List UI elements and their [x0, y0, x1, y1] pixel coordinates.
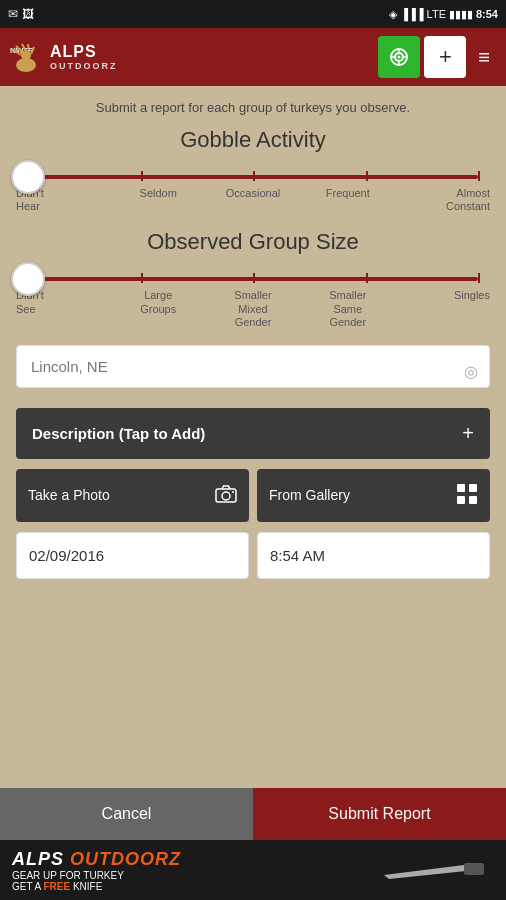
svg-point-11: [398, 56, 401, 59]
group-track: [28, 277, 478, 281]
alps-banner[interactable]: ALPS OUTDOORZ GEAR UP FOR TURKEYGET A FR…: [0, 840, 506, 900]
group-labels: Didn'tSee LargeGroups SmallerMixedGender…: [16, 289, 490, 329]
group-label-3: SmallerSameGender: [300, 289, 395, 329]
status-icons-right: ◈ ▐▐▐ LTE ▮▮▮▮ 8:54: [389, 8, 498, 21]
mail-icon: ✉: [8, 7, 18, 21]
outdoorz-text: OUTDOORZ: [50, 61, 118, 72]
svg-line-7: [28, 44, 29, 52]
alps-banner-tagline: GEAR UP FOR TURKEYGET A FREE KNIFE: [12, 870, 181, 892]
menu-button[interactable]: ≡: [470, 38, 498, 77]
datetime-row: 02/09/2016 8:54 AM: [16, 532, 490, 579]
status-bar: ✉ 🖼 ◈ ▐▐▐ LTE ▮▮▮▮ 8:54: [0, 0, 506, 28]
description-bold: Description: [32, 425, 115, 442]
camera-icon: [215, 485, 237, 506]
status-icons-left: ✉ 🖼: [8, 7, 34, 21]
bottom-buttons: Cancel Submit Report: [0, 788, 506, 840]
tick-2: [253, 171, 255, 181]
svg-rect-22: [469, 496, 477, 504]
nwtf-logo: NWTF: [8, 39, 44, 75]
group-label-4: Singles: [395, 289, 490, 329]
knife-image: [374, 845, 494, 895]
description-tap: (Tap to Add): [119, 425, 206, 442]
svg-rect-19: [457, 484, 465, 492]
submit-button[interactable]: Submit Report: [253, 788, 506, 840]
gobble-title: Gobble Activity: [16, 127, 490, 153]
gobble-label-1: Seldom: [111, 187, 206, 213]
clock-time: 8:54: [476, 8, 498, 20]
lte-icon: LTE: [427, 8, 446, 20]
location-gps-icon: ◎: [464, 362, 478, 381]
time-field[interactable]: 8:54 AM: [257, 532, 490, 579]
battery-icon: ▮▮▮▮: [449, 8, 473, 21]
date-field[interactable]: 02/09/2016: [16, 532, 249, 579]
group-tick-4: [478, 273, 480, 283]
photo-row: Take a Photo From Gallery: [16, 469, 490, 522]
alps-banner-content: ALPS OUTDOORZ GEAR UP FOR TURKEYGET A FR…: [12, 849, 181, 892]
knife-svg: [374, 845, 494, 895]
location-icon: ◈: [389, 8, 397, 21]
svg-rect-23: [464, 863, 484, 875]
location-wrapper: ◎: [16, 345, 490, 398]
image-icon: 🖼: [22, 7, 34, 21]
gobble-label-3: Frequent: [300, 187, 395, 213]
group-size-title: Observed Group Size: [16, 229, 490, 255]
svg-point-2: [16, 58, 36, 72]
alps-text: ALPS: [50, 42, 118, 61]
free-text: FREE: [44, 881, 71, 892]
gobble-labels: Didn'tHear Seldom Occasional Frequent Al…: [16, 187, 490, 213]
alps-banner-logo: ALPS OUTDOORZ: [12, 849, 181, 870]
tick-3: [366, 171, 368, 181]
group-slider-container[interactable]: [16, 277, 490, 281]
group-thumb[interactable]: [11, 262, 45, 296]
svg-rect-21: [457, 496, 465, 504]
gobble-section: Gobble Activity Didn'tHear Seldom Occasi…: [16, 127, 490, 213]
header-logo: NWTF ALPS OUTDOORZ: [8, 39, 118, 75]
submit-instruction: Submit a report for each group of turkey…: [16, 100, 490, 115]
from-gallery-button[interactable]: From Gallery: [257, 469, 490, 522]
take-photo-label: Take a Photo: [28, 487, 110, 503]
gobble-label-4: AlmostConstant: [395, 187, 490, 213]
group-tick-3: [366, 273, 368, 283]
gobble-track: [28, 175, 478, 179]
app-header: NWTF ALPS OUTDOORZ: [0, 28, 506, 86]
description-plus-icon: +: [462, 422, 474, 445]
gobble-thumb[interactable]: [11, 160, 45, 194]
signal-icon: ▐▐▐: [400, 8, 423, 20]
gobble-label-2: Occasional: [206, 187, 301, 213]
nwtf-logo-svg: NWTF: [8, 39, 44, 75]
group-label-1: LargeGroups: [111, 289, 206, 329]
target-button[interactable]: [378, 36, 420, 78]
svg-rect-20: [469, 484, 477, 492]
header-actions: + ≡: [378, 36, 498, 78]
group-size-section: Observed Group Size Didn'tSee LargeGroup…: [16, 229, 490, 329]
main-content: Submit a report for each group of turkey…: [0, 86, 506, 782]
gallery-icon: [456, 483, 478, 508]
target-icon: [389, 47, 409, 67]
from-gallery-label: From Gallery: [269, 487, 350, 503]
group-tick-1: [141, 273, 143, 283]
alps-outdoorz-logo: ALPS OUTDOORZ: [50, 42, 118, 72]
group-tick-2: [253, 273, 255, 283]
take-photo-button[interactable]: Take a Photo: [16, 469, 249, 522]
outdoorz-highlight: OUTDOORZ: [70, 849, 181, 869]
add-button[interactable]: +: [424, 36, 466, 78]
svg-point-17: [222, 492, 230, 500]
cancel-button[interactable]: Cancel: [0, 788, 253, 840]
gobble-slider-container[interactable]: [16, 175, 490, 179]
location-input[interactable]: [16, 345, 490, 388]
description-bar[interactable]: Description (Tap to Add) +: [16, 408, 490, 459]
tick-4: [478, 171, 480, 181]
tick-1: [141, 171, 143, 181]
description-label: Description (Tap to Add): [32, 425, 205, 442]
svg-point-18: [232, 491, 234, 493]
group-label-2: SmallerMixedGender: [206, 289, 301, 329]
